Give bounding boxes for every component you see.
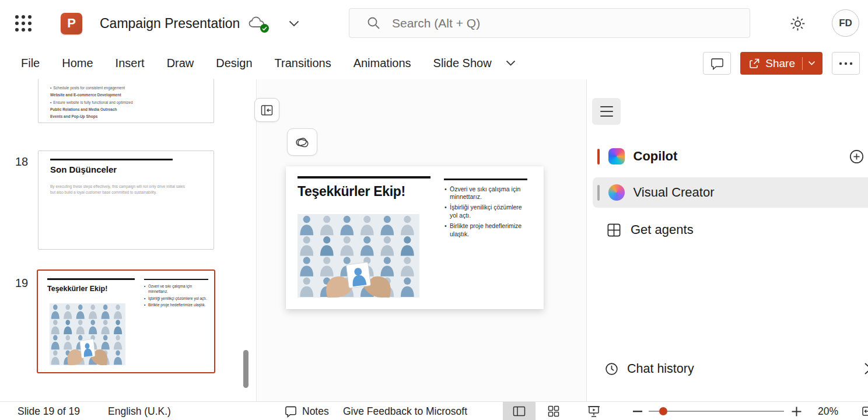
language-status[interactable]: English (U.K.)	[108, 402, 171, 420]
thumb17-line: Schedule posts for consistent engagement	[50, 85, 214, 92]
share-icon	[748, 58, 760, 69]
slideshow-view-button[interactable]	[583, 402, 604, 420]
new-chat-icon[interactable]	[849, 149, 864, 164]
tab-home[interactable]: Home	[62, 57, 93, 70]
share-chevron-down-icon	[808, 61, 816, 66]
ribbon-chevron-down-icon[interactable]	[506, 60, 516, 66]
status-bar: Slide 19 of 19 English (U.K.) Notes Give…	[0, 401, 868, 420]
thumbnail-number-19: 19	[15, 276, 28, 290]
panel-menu-button[interactable]	[592, 98, 621, 125]
more-options-button[interactable]	[832, 52, 860, 75]
slide-accent-bar	[47, 278, 135, 280]
thumb19-bullet: Özveri ve sıkı çalışma için minnettarız.	[144, 284, 209, 295]
chat-history-label: Chat history	[627, 362, 694, 376]
slide-counter[interactable]: Slide 19 of 19	[18, 402, 80, 420]
slide-bullet[interactable]: Özveri ve sıkı çalışma için minnettarız.	[444, 186, 528, 202]
thumb18-body: By executing these steps effectively, th…	[50, 184, 190, 196]
visual-creator-item-selected[interactable]: Visual Creator	[593, 177, 868, 208]
account-avatar[interactable]: FD	[832, 9, 859, 37]
settings-button[interactable]	[788, 14, 807, 33]
thumb19-title: Teşekkürler Ekip!	[47, 285, 107, 293]
share-button[interactable]: Share	[740, 52, 822, 75]
copilot-outline-icon	[295, 135, 310, 149]
tab-transitions[interactable]: Transitions	[275, 57, 331, 70]
search-box[interactable]	[349, 8, 750, 38]
visual-creator-icon	[608, 184, 625, 201]
notes-icon	[285, 405, 297, 418]
thumb17-line: Events and Pop-Up Shops	[50, 113, 214, 120]
chat-history-chevron-right-icon[interactable]	[864, 362, 868, 375]
tab-slide-show[interactable]: Slide Show	[433, 57, 492, 70]
feedback-button[interactable]: Give Feedback to Microsoft	[343, 402, 467, 420]
app-launcher-button[interactable]	[15, 15, 32, 32]
fit-to-window-icon	[862, 405, 868, 417]
copilot-accent-bar	[597, 149, 600, 164]
tab-design[interactable]: Design	[216, 57, 252, 70]
notes-button[interactable]: Notes	[285, 402, 329, 420]
get-agents-label: Get agents	[631, 222, 694, 237]
copilot-panel: Copilot Visual Creator Get agents Chat h…	[587, 79, 868, 401]
copilot-icon	[608, 148, 625, 164]
clock-icon	[604, 362, 619, 376]
thumbnail-number-18: 18	[15, 155, 28, 169]
slide-sorter-view-button[interactable]	[544, 402, 564, 420]
thumbnail-slide-17[interactable]: Schedule posts for consistent engagement…	[38, 79, 214, 123]
thumbnail-slide-19-selected[interactable]: Teşekkürler Ekip! Özveri ve sıkı çalışma…	[37, 270, 215, 373]
zoom-slider-knob[interactable]	[659, 407, 667, 415]
ellipsis-icon	[839, 62, 853, 65]
tab-insert[interactable]: Insert	[116, 57, 145, 70]
ribbon-tabs-bar: File Home Insert Draw Design Transitions…	[0, 47, 868, 79]
gear-icon	[790, 16, 806, 32]
zoom-in-button[interactable]	[789, 402, 804, 420]
powerpoint-logo-icon[interactable]: P	[61, 13, 82, 34]
tab-file[interactable]: File	[21, 57, 40, 70]
slide-bullet[interactable]: İşbirliği yenilikçi çözümlere yol açtı.	[444, 204, 528, 220]
thumbnail-scrollbar-thumb[interactable]	[243, 350, 249, 388]
notes-label: Notes	[302, 405, 329, 418]
main-area: Schedule posts for consistent engagement…	[0, 79, 868, 401]
tab-animations[interactable]: Animations	[354, 57, 411, 70]
cloud-saved-icon[interactable]	[248, 16, 268, 31]
avatar-initials: FD	[839, 18, 852, 29]
thumbnail-slide-18[interactable]: Son Düşünceler By executing these steps …	[38, 150, 214, 250]
collapse-pane-icon	[260, 103, 274, 117]
slide-bullet-column[interactable]: Özveri ve sıkı çalışma için minnettarız.…	[444, 178, 528, 241]
slide-people-image[interactable]	[298, 214, 419, 298]
title-chevron-down-icon[interactable]	[289, 20, 299, 27]
copilot-label: Copilot	[634, 149, 678, 164]
comments-button[interactable]	[703, 52, 731, 75]
fit-slide-button[interactable]	[862, 402, 868, 420]
slideshow-icon	[587, 405, 600, 417]
document-title[interactable]: Campaign Presentation	[100, 16, 240, 32]
thumb17-line: Ensure website is fully functional and o…	[50, 99, 214, 106]
editing-canvas: Teşekkürler Ekip! Özveri ve sıkı çalışma…	[257, 79, 587, 401]
comment-icon	[710, 57, 724, 70]
slide-19-canvas[interactable]: Teşekkürler Ekip! Özveri ve sıkı çalışma…	[286, 166, 544, 309]
thumb17-line: Public Relations and Media Outreach	[50, 106, 214, 113]
thumb19-bullet: İşbirliği yenilikçi çözümlere yol açtı.	[144, 296, 209, 301]
normal-view-button[interactable]	[503, 402, 536, 420]
search-icon	[367, 16, 380, 30]
thumb17-line: Website and E-commerce Development	[50, 92, 214, 99]
tab-draw[interactable]: Draw	[167, 57, 194, 70]
thumb18-title: Son Düşünceler	[50, 164, 117, 174]
share-label: Share	[765, 57, 795, 70]
canvas-copilot-button[interactable]	[287, 128, 317, 156]
chat-history-item[interactable]: Chat history	[587, 355, 868, 382]
thumb19-people-image	[50, 303, 125, 365]
search-input[interactable]	[380, 9, 750, 37]
share-divider	[802, 57, 803, 70]
copilot-item[interactable]: Copilot	[587, 141, 868, 172]
collapse-pane-button[interactable]	[254, 98, 279, 122]
zoom-slider-track[interactable]	[649, 411, 784, 412]
zoom-percentage[interactable]: 20%	[818, 402, 838, 420]
slide-accent-bar	[50, 159, 173, 160]
slide-title[interactable]: Teşekkürler Ekip!	[298, 184, 405, 200]
get-agents-item[interactable]: Get agents	[587, 215, 868, 245]
grid-view-icon	[548, 405, 559, 417]
logo-letter: P	[67, 16, 76, 31]
slide-bullets-accent-bar	[444, 178, 527, 180]
zoom-out-button[interactable]	[630, 402, 645, 420]
minus-icon	[633, 411, 642, 412]
slide-bullet[interactable]: Birlikte proje hedeflerimize ulaştık.	[444, 222, 528, 239]
